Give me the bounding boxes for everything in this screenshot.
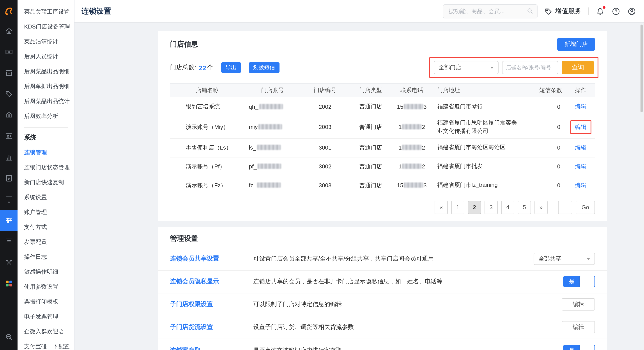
pagination-page-2-active[interactable]: 2: [468, 201, 481, 214]
sidebar-item-sensitive-operations[interactable]: 敏感操作明细: [18, 264, 74, 279]
edit-link[interactable]: 编辑: [575, 124, 586, 130]
vertical-scrollbar[interactable]: [640, 25, 643, 112]
global-search-input[interactable]: [443, 4, 538, 18]
pagination-page-3[interactable]: 3: [484, 201, 498, 214]
global-search: [443, 4, 538, 18]
store-name: 演示账号（Pf）: [170, 162, 244, 170]
edit-link[interactable]: 编辑: [575, 163, 586, 169]
member-privacy-toggle[interactable]: 是: [564, 276, 595, 287]
export-button[interactable]: 导出: [221, 62, 241, 73]
pagination-page-4[interactable]: 4: [501, 201, 514, 214]
substore-logistics-link[interactable]: 子门店货流设置: [170, 323, 253, 331]
masked-phone: [404, 104, 423, 109]
substore-logistics-edit-button[interactable]: 编辑: [562, 321, 595, 333]
monitor-icon[interactable]: [0, 189, 18, 210]
store-account: fz_: [244, 182, 300, 189]
zoom-out-icon[interactable]: [0, 326, 18, 347]
col-header-code: 门店编号: [300, 86, 350, 94]
edit-highlight-box: 编辑: [570, 120, 591, 134]
sidebar-item-kitchen-dish-detail[interactable]: 后厨菜品出品明细: [18, 64, 74, 79]
filter-highlight-box: 全部门店 查询: [429, 57, 598, 78]
sidebar-item-dish-process[interactable]: 菜品关联工序设置: [18, 5, 74, 19]
main-area: 连锁设置 增值服务: [74, 0, 644, 350]
notification-dot: [603, 6, 606, 9]
store-icon[interactable]: [0, 62, 18, 83]
sidebar-item-new-store-copy[interactable]: 新门店快速复制: [18, 175, 74, 190]
member-sharing-value: 全部共享: [538, 255, 583, 263]
page-jump-input[interactable]: [558, 201, 572, 214]
tools-icon[interactable]: [0, 252, 18, 273]
store-total-unit: 个: [207, 64, 213, 72]
apps-grid-icon[interactable]: [0, 273, 18, 294]
pagination-prev[interactable]: «: [434, 201, 448, 214]
chain-deposit-toggle[interactable]: 是: [564, 344, 595, 350]
store-phone: 153: [392, 103, 432, 110]
sidebar-item-kitchen-staff-stats[interactable]: 后厨人员统计: [18, 49, 74, 64]
sidebar-item-account-management[interactable]: 账户管理: [18, 205, 74, 220]
col-header-sms: 短信条数: [525, 86, 566, 94]
sidebar-item-chain-store-status[interactable]: 连锁门店状态管理: [18, 160, 74, 175]
sidebar-item-payment-methods[interactable]: 支付方式: [18, 220, 74, 235]
store-name: 银豹艺培系统: [170, 103, 244, 110]
store-type: 普通门店: [350, 144, 392, 151]
sidebar-item-usage-parameters[interactable]: 使用参数设置: [18, 279, 74, 294]
sidebar-item-kitchen-dish-stats[interactable]: 后厨菜品出品统计: [18, 94, 74, 109]
membership-tag-icon[interactable]: [0, 83, 18, 104]
sidebar-item-operation-log[interactable]: 操作日志: [18, 250, 74, 264]
page-go-button[interactable]: Go: [576, 201, 595, 214]
pagination-next[interactable]: »: [534, 201, 548, 214]
sliders-icon[interactable]: [0, 210, 18, 231]
substore-permissions-link[interactable]: 子门店权限设置: [170, 300, 253, 308]
sidebar-item-invoice-config[interactable]: 发票配置: [18, 235, 74, 250]
store-phone: 12: [392, 124, 432, 130]
sms-transfer-button[interactable]: 划拨短信: [248, 62, 279, 73]
sidebar-item-chain-management[interactable]: 连锁管理: [18, 145, 74, 160]
report-icon[interactable]: [0, 167, 18, 189]
sidebar-item-system-settings[interactable]: 系统设置: [18, 190, 74, 205]
store-sms-count: 0: [525, 124, 566, 130]
pagination-page-5[interactable]: 5: [518, 201, 531, 214]
edit-link[interactable]: 编辑: [575, 103, 586, 110]
staff-badge-icon[interactable]: [0, 125, 18, 146]
sidebar-item-receipt-templates[interactable]: 票据打印模板: [18, 294, 74, 309]
member-sharing-select[interactable]: 全部共享: [534, 253, 595, 265]
store-keyword-input[interactable]: [502, 61, 558, 74]
store-name: 演示账号（Fz）: [170, 181, 244, 189]
add-store-button[interactable]: 新增门店: [557, 38, 595, 51]
store-sms-count: 0: [525, 182, 566, 189]
setting-desc: 是否允许在连锁门店内进行寄存取: [253, 346, 564, 350]
content-area: 门店信息 新增门店 门店总数: 22 个 导出 划拨短信 全部门店: [74, 23, 644, 350]
user-avatar-icon[interactable]: [627, 7, 636, 16]
query-button[interactable]: 查询: [562, 61, 594, 74]
substore-permissions-edit-button[interactable]: 编辑: [562, 298, 595, 310]
home-icon[interactable]: [0, 20, 18, 41]
kds-screen-icon[interactable]: [0, 231, 18, 252]
chevron-down-icon: [490, 66, 494, 69]
bank-icon[interactable]: [0, 104, 18, 125]
sidebar-item-wecom-welcome[interactable]: 企微入群欢迎语: [18, 324, 74, 339]
store-filter-select[interactable]: 全部门店: [434, 61, 498, 74]
setting-row-member-privacy: 连锁会员隐私显示 连锁店共享的会员，是否在非开卡门店显示隐私信息，如：姓名、电话…: [158, 270, 607, 293]
sidebar-item-kds-devices[interactable]: KDS门店设备管理: [18, 19, 74, 34]
sidebar-item-soldout-stats[interactable]: 菜品沽清统计: [18, 34, 74, 49]
col-header-account: 门店账号: [244, 86, 300, 94]
setting-row-member-sharing: 连锁会员共享设置 可设置门店会员全部共享/全不共享/分组共享，共享门店间会员可通…: [158, 248, 607, 270]
edit-link[interactable]: 编辑: [575, 182, 586, 188]
sidebar-item-alipay-tap-config[interactable]: 支付宝碰一下配置: [18, 339, 74, 350]
sidebar-item-kitchen-efficiency[interactable]: 后厨效率分析: [18, 109, 74, 124]
notifications-bell-icon[interactable]: [596, 7, 604, 16]
chain-deposit-link[interactable]: 连锁寄存取: [170, 346, 253, 350]
edit-link[interactable]: 编辑: [575, 144, 586, 151]
value-added-services[interactable]: 增值服务: [544, 7, 581, 15]
sidebar-item-kitchen-order-detail[interactable]: 后厨单据出品明细: [18, 79, 74, 94]
sidebar-item-e-invoice[interactable]: 电子发票管理: [18, 309, 74, 324]
banknote-icon[interactable]: [0, 41, 18, 62]
pagination-page-1[interactable]: 1: [451, 201, 464, 214]
col-header-name: 店铺名称: [170, 86, 244, 94]
store-phone: 12: [392, 163, 432, 170]
member-privacy-link[interactable]: 连锁会员隐私显示: [170, 278, 253, 285]
help-icon[interactable]: [612, 7, 620, 16]
stats-chart-icon[interactable]: [0, 146, 18, 167]
member-sharing-link[interactable]: 连锁会员共享设置: [170, 255, 253, 263]
search-icon[interactable]: [526, 7, 534, 16]
